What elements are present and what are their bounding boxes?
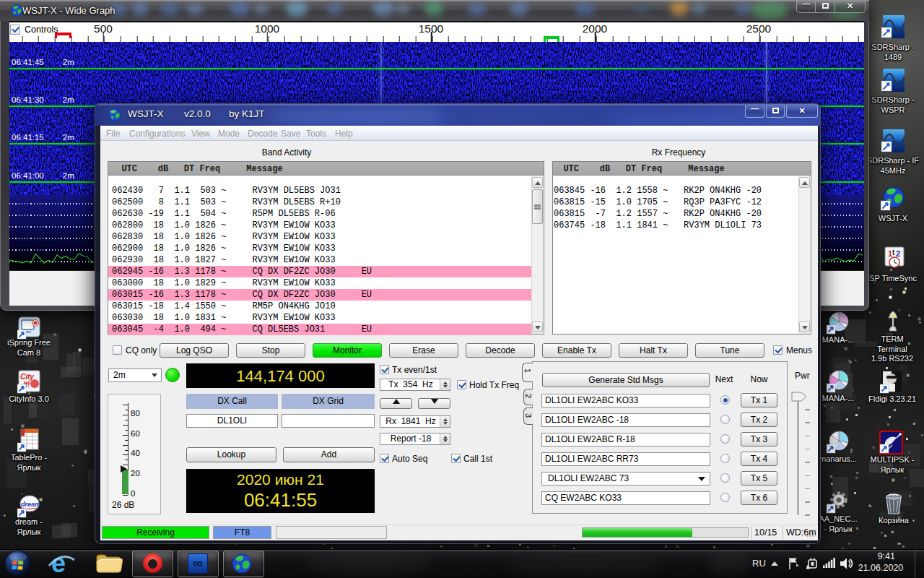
svg-text:City: City xyxy=(20,373,34,381)
svg-text:2: 2 xyxy=(896,249,900,258)
svg-text:e: e xyxy=(51,550,66,577)
svg-text:dream: dream xyxy=(21,501,40,508)
